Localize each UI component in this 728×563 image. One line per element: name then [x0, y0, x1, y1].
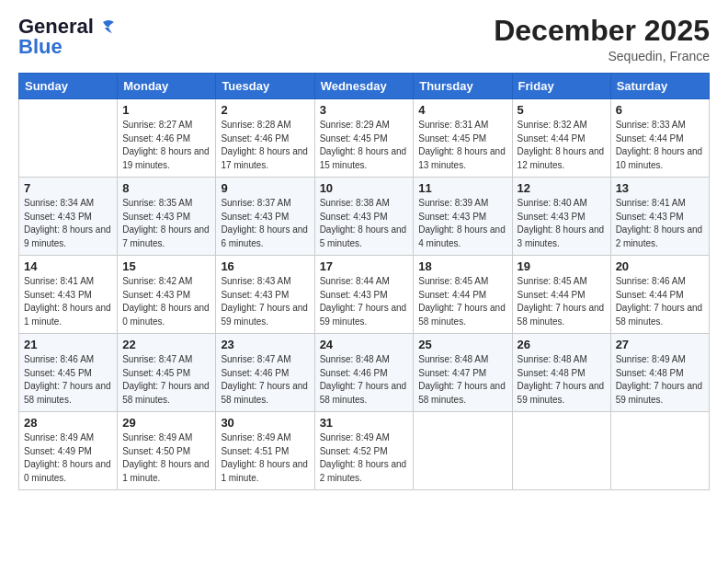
day-detail: Sunrise: 8:41 AMSunset: 4:43 PMDaylight:… [24, 275, 112, 328]
day-detail: Sunrise: 8:40 AMSunset: 4:43 PMDaylight:… [518, 197, 606, 250]
col-header-monday: Monday [118, 74, 216, 99]
day-detail: Sunrise: 8:38 AMSunset: 4:43 PMDaylight:… [320, 197, 409, 250]
col-header-sunday: Sunday [19, 74, 118, 99]
day-detail: Sunrise: 8:49 AMSunset: 4:50 PMDaylight:… [122, 431, 210, 485]
calendar-cell: 3Sunrise: 8:29 AMSunset: 4:45 PMDaylight… [314, 99, 414, 178]
day-number: 30 [221, 416, 309, 430]
header-row: SundayMondayTuesdayWednesdayThursdayFrid… [19, 74, 710, 99]
day-detail: Sunrise: 8:28 AMSunset: 4:46 PMDaylight:… [221, 119, 309, 172]
logo: General Blue [18, 15, 116, 59]
day-detail: Sunrise: 8:47 AMSunset: 4:45 PMDaylight:… [122, 353, 210, 407]
calendar-cell: 23Sunrise: 8:47 AMSunset: 4:46 PMDayligh… [216, 334, 314, 412]
day-detail: Sunrise: 8:31 AMSunset: 4:45 PMDaylight:… [418, 119, 506, 172]
calendar-cell: 25Sunrise: 8:48 AMSunset: 4:47 PMDayligh… [414, 334, 512, 412]
calendar-cell: 13Sunrise: 8:41 AMSunset: 4:43 PMDayligh… [610, 178, 709, 256]
day-number: 22 [122, 338, 210, 351]
day-number: 23 [221, 338, 309, 351]
day-number: 13 [616, 181, 704, 195]
week-row-5: 28Sunrise: 8:49 AMSunset: 4:49 PMDayligh… [19, 412, 710, 490]
day-detail: Sunrise: 8:47 AMSunset: 4:46 PMDaylight:… [221, 353, 309, 407]
calendar-cell: 19Sunrise: 8:45 AMSunset: 4:44 PMDayligh… [512, 256, 610, 334]
day-number: 15 [122, 259, 210, 273]
calendar-cell: 20Sunrise: 8:46 AMSunset: 4:44 PMDayligh… [610, 256, 709, 334]
calendar-container: General Blue December 2025 Sequedin, Fra… [0, 0, 728, 563]
calendar-cell: 27Sunrise: 8:49 AMSunset: 4:48 PMDayligh… [610, 334, 709, 412]
day-number: 28 [24, 416, 112, 430]
calendar-cell [512, 412, 610, 490]
day-detail: Sunrise: 8:48 AMSunset: 4:48 PMDaylight:… [518, 353, 606, 407]
calendar-cell: 10Sunrise: 8:38 AMSunset: 4:43 PMDayligh… [314, 178, 414, 256]
calendar-cell: 1Sunrise: 8:27 AMSunset: 4:46 PMDaylight… [118, 99, 216, 178]
day-number: 31 [320, 416, 409, 430]
calendar-cell [414, 412, 512, 490]
calendar-cell: 12Sunrise: 8:40 AMSunset: 4:43 PMDayligh… [512, 178, 610, 256]
calendar-cell: 21Sunrise: 8:46 AMSunset: 4:45 PMDayligh… [19, 334, 118, 412]
day-detail: Sunrise: 8:33 AMSunset: 4:44 PMDaylight:… [616, 119, 704, 172]
calendar-cell [610, 412, 709, 490]
day-number: 10 [320, 181, 409, 195]
day-number: 4 [418, 103, 506, 117]
day-detail: Sunrise: 8:46 AMSunset: 4:44 PMDaylight:… [616, 275, 704, 328]
day-detail: Sunrise: 8:45 AMSunset: 4:44 PMDaylight:… [518, 275, 606, 328]
day-number: 7 [24, 181, 112, 195]
calendar-cell: 9Sunrise: 8:37 AMSunset: 4:43 PMDaylight… [216, 178, 314, 256]
day-detail: Sunrise: 8:37 AMSunset: 4:43 PMDaylight:… [221, 197, 309, 250]
day-detail: Sunrise: 8:48 AMSunset: 4:46 PMDaylight:… [320, 353, 409, 407]
day-detail: Sunrise: 8:43 AMSunset: 4:43 PMDaylight:… [221, 275, 309, 328]
day-number: 3 [320, 103, 409, 117]
day-detail: Sunrise: 8:34 AMSunset: 4:43 PMDaylight:… [24, 197, 112, 250]
calendar-table: SundayMondayTuesdayWednesdayThursdayFrid… [18, 73, 710, 490]
day-number: 9 [221, 181, 309, 195]
day-detail: Sunrise: 8:49 AMSunset: 4:48 PMDaylight:… [616, 353, 704, 407]
calendar-cell: 4Sunrise: 8:31 AMSunset: 4:45 PMDaylight… [414, 99, 512, 178]
day-detail: Sunrise: 8:29 AMSunset: 4:45 PMDaylight:… [320, 119, 409, 172]
calendar-cell: 24Sunrise: 8:48 AMSunset: 4:46 PMDayligh… [314, 334, 414, 412]
calendar-cell: 26Sunrise: 8:48 AMSunset: 4:48 PMDayligh… [512, 334, 610, 412]
calendar-cell: 30Sunrise: 8:49 AMSunset: 4:51 PMDayligh… [216, 412, 314, 490]
day-number: 1 [122, 103, 210, 117]
day-number: 12 [518, 181, 606, 195]
month-title: December 2025 [494, 15, 710, 47]
day-number: 29 [122, 416, 210, 430]
day-detail: Sunrise: 8:49 AMSunset: 4:51 PMDaylight:… [221, 431, 309, 485]
day-number: 25 [418, 338, 506, 351]
col-header-wednesday: Wednesday [314, 74, 414, 99]
col-header-tuesday: Tuesday [216, 74, 314, 99]
day-detail: Sunrise: 8:44 AMSunset: 4:43 PMDaylight:… [320, 275, 409, 328]
week-row-3: 14Sunrise: 8:41 AMSunset: 4:43 PMDayligh… [19, 256, 710, 334]
day-number: 2 [221, 103, 309, 117]
day-detail: Sunrise: 8:48 AMSunset: 4:47 PMDaylight:… [418, 353, 506, 407]
day-number: 21 [24, 338, 112, 351]
day-detail: Sunrise: 8:45 AMSunset: 4:44 PMDaylight:… [418, 275, 506, 328]
calendar-cell: 6Sunrise: 8:33 AMSunset: 4:44 PMDaylight… [610, 99, 709, 178]
location: Sequedin, France [494, 49, 710, 63]
week-row-2: 7Sunrise: 8:34 AMSunset: 4:43 PMDaylight… [19, 178, 710, 256]
day-detail: Sunrise: 8:46 AMSunset: 4:45 PMDaylight:… [24, 353, 112, 407]
calendar-cell: 8Sunrise: 8:35 AMSunset: 4:43 PMDaylight… [118, 178, 216, 256]
day-number: 27 [616, 338, 704, 351]
calendar-cell: 16Sunrise: 8:43 AMSunset: 4:43 PMDayligh… [216, 256, 314, 334]
calendar-cell: 18Sunrise: 8:45 AMSunset: 4:44 PMDayligh… [414, 256, 512, 334]
calendar-cell: 11Sunrise: 8:39 AMSunset: 4:43 PMDayligh… [414, 178, 512, 256]
calendar-cell: 15Sunrise: 8:42 AMSunset: 4:43 PMDayligh… [118, 256, 216, 334]
week-row-4: 21Sunrise: 8:46 AMSunset: 4:45 PMDayligh… [19, 334, 710, 412]
day-detail: Sunrise: 8:42 AMSunset: 4:43 PMDaylight:… [122, 275, 210, 328]
calendar-cell: 2Sunrise: 8:28 AMSunset: 4:46 PMDaylight… [216, 99, 314, 178]
day-number: 17 [320, 259, 409, 273]
day-number: 5 [518, 103, 606, 117]
title-block: December 2025 Sequedin, France [494, 15, 710, 63]
week-row-1: 1Sunrise: 8:27 AMSunset: 4:46 PMDaylight… [19, 99, 710, 178]
day-number: 18 [418, 259, 506, 273]
day-number: 6 [616, 103, 704, 117]
logo-bird-icon [96, 18, 116, 35]
day-number: 16 [221, 259, 309, 273]
calendar-cell: 14Sunrise: 8:41 AMSunset: 4:43 PMDayligh… [19, 256, 118, 334]
header: General Blue December 2025 Sequedin, Fra… [18, 15, 710, 63]
day-detail: Sunrise: 8:49 AMSunset: 4:49 PMDaylight:… [24, 431, 112, 485]
day-number: 26 [518, 338, 606, 351]
col-header-saturday: Saturday [610, 74, 709, 99]
calendar-cell: 29Sunrise: 8:49 AMSunset: 4:50 PMDayligh… [118, 412, 216, 490]
day-detail: Sunrise: 8:41 AMSunset: 4:43 PMDaylight:… [616, 197, 704, 250]
day-number: 24 [320, 338, 409, 351]
day-number: 14 [24, 259, 112, 273]
